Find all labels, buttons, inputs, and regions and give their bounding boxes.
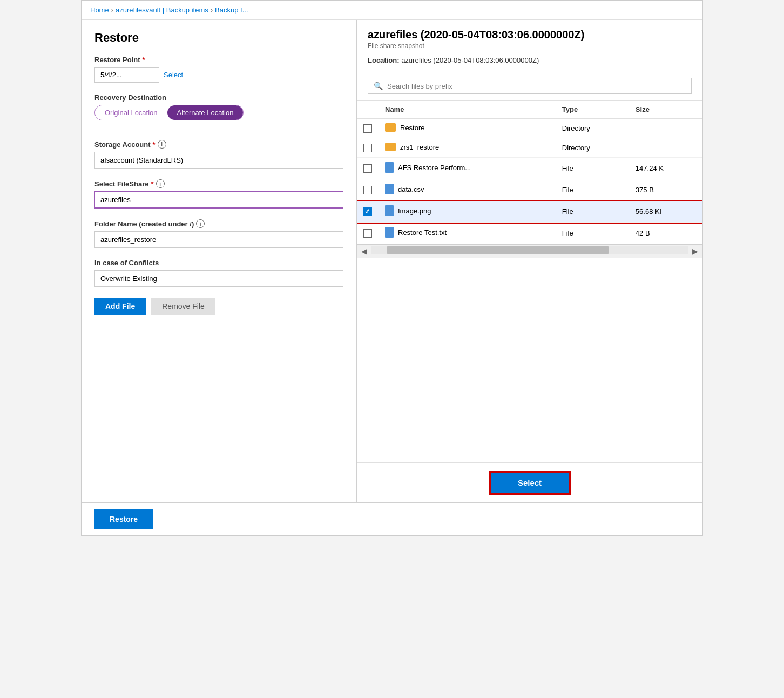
file-icon xyxy=(385,205,394,216)
file-icon xyxy=(385,162,394,173)
recovery-destination-toggle: Original Location Alternate Location xyxy=(94,105,244,120)
table-row[interactable]: zrs1_restoreDirectory xyxy=(357,138,702,158)
row-name: Restore Test.txt xyxy=(379,223,556,244)
snapshot-title: azurefiles (2020-05-04T08:03:06.0000000Z… xyxy=(368,29,692,41)
row-type: Directory xyxy=(556,118,629,138)
restore-button[interactable]: Restore xyxy=(94,509,153,529)
add-file-button[interactable]: Add File xyxy=(94,298,146,315)
row-checkbox[interactable] xyxy=(363,124,372,133)
search-box: 🔍 xyxy=(368,78,692,94)
conflicts-input[interactable] xyxy=(94,270,343,287)
row-size: 42 B xyxy=(629,223,702,244)
restore-point-select-link[interactable]: Select xyxy=(164,71,183,79)
folder-name-input[interactable] xyxy=(94,231,343,248)
folder-icon xyxy=(385,143,396,151)
search-row: 🔍 xyxy=(357,71,702,101)
folder-name-info-icon[interactable]: i xyxy=(196,219,205,228)
fileshare-group: Select FileShare * i xyxy=(94,179,343,209)
restore-point-group: Restore Point * 5/4/2... Select xyxy=(94,56,343,83)
row-size: 147.24 K xyxy=(629,158,702,179)
horizontal-scrollbar[interactable]: ◀ ▶ xyxy=(357,244,702,258)
storage-account-info-icon[interactable]: i xyxy=(158,140,166,149)
fileshare-info-icon[interactable]: i xyxy=(156,179,165,188)
folder-name-label: Folder Name (created under /) i xyxy=(94,219,343,228)
storage-account-input[interactable] xyxy=(94,152,343,169)
storage-account-group: Storage Account * i xyxy=(94,140,343,169)
table-row[interactable]: data.csvFile375 B xyxy=(357,179,702,201)
table-row[interactable]: ✓Image.pngFile56.68 Ki xyxy=(357,201,702,223)
search-input[interactable] xyxy=(387,82,686,90)
snapshot-location: Location: azurefiles (2020-05-04T08:03:0… xyxy=(368,56,692,64)
snapshot-subtitle: File share snapshot xyxy=(368,42,692,50)
row-size: 375 B xyxy=(629,179,702,201)
file-icon xyxy=(385,227,394,238)
row-checkbox[interactable] xyxy=(363,164,372,173)
scroll-left-arrow[interactable]: ◀ xyxy=(357,245,371,258)
row-size xyxy=(629,138,702,158)
right-panel: azurefiles (2020-05-04T08:03:06.0000000Z… xyxy=(357,20,702,502)
header-name: Name xyxy=(379,101,556,118)
restore-point-row: 5/4/2... Select xyxy=(94,67,343,83)
table-row[interactable]: Restore Test.txtFile42 B xyxy=(357,223,702,244)
right-panel-header: azurefiles (2020-05-04T08:03:06.0000000Z… xyxy=(357,20,702,71)
remove-file-button[interactable]: Remove File xyxy=(151,298,215,315)
row-name: data.csv xyxy=(379,179,556,201)
row-checkbox[interactable] xyxy=(363,144,372,152)
table-header-row: Name Type Size xyxy=(357,101,702,118)
file-table-container: Name Type Size RestoreDirectoryzrs1_rest… xyxy=(357,101,702,244)
table-row[interactable]: AFS Restore Perform...File147.24 K xyxy=(357,158,702,179)
breadcrumb-home[interactable]: Home xyxy=(90,6,109,14)
file-icon xyxy=(385,184,394,194)
right-panel-footer: Select xyxy=(357,462,702,502)
recovery-destination-group: Recovery Destination Original Location A… xyxy=(94,93,343,120)
row-size: 56.68 Ki xyxy=(629,201,702,223)
folder-name-group: Folder Name (created under /) i xyxy=(94,219,343,248)
select-button[interactable]: Select xyxy=(490,472,570,494)
breadcrumb-backup[interactable]: Backup I... xyxy=(215,6,248,14)
row-checkbox[interactable] xyxy=(363,186,372,194)
fileshare-label: Select FileShare * i xyxy=(94,179,343,188)
search-icon: 🔍 xyxy=(374,82,383,90)
row-name: Restore xyxy=(379,118,556,138)
alternate-location-btn[interactable]: Alternate Location xyxy=(167,105,244,120)
row-checkbox[interactable]: ✓ xyxy=(363,207,372,216)
row-type: File xyxy=(556,158,629,179)
row-name: AFS Restore Perform... xyxy=(379,158,556,179)
restore-point-label: Restore Point * xyxy=(94,56,343,64)
original-location-btn[interactable]: Original Location xyxy=(95,105,167,120)
breadcrumb-vault[interactable]: azurefilesvault | Backup items xyxy=(116,6,208,14)
storage-account-label: Storage Account * i xyxy=(94,140,343,149)
scroll-thumb[interactable] xyxy=(387,246,609,254)
folder-icon xyxy=(385,123,396,132)
breadcrumb: Home › azurefilesvault | Backup items › … xyxy=(82,1,702,20)
action-buttons: Add File Remove File xyxy=(94,298,343,315)
page-title: Restore xyxy=(94,31,343,45)
scroll-right-arrow[interactable]: ▶ xyxy=(688,245,702,258)
row-type: File xyxy=(556,201,629,223)
header-checkbox-cell xyxy=(357,101,379,118)
scroll-track[interactable] xyxy=(371,246,688,254)
row-size xyxy=(629,118,702,138)
table-row[interactable]: RestoreDirectory xyxy=(357,118,702,138)
recovery-destination-label: Recovery Destination xyxy=(94,93,343,102)
row-type: File xyxy=(556,223,629,244)
left-panel: Restore Restore Point * 5/4/2... Select … xyxy=(82,20,357,502)
conflicts-label: In case of Conflicts xyxy=(94,259,343,267)
header-size: Size xyxy=(629,101,702,118)
file-table: Name Type Size RestoreDirectoryzrs1_rest… xyxy=(357,101,702,244)
row-checkbox[interactable] xyxy=(363,229,372,238)
left-panel-footer: Restore xyxy=(82,502,702,535)
row-name: Image.png xyxy=(379,201,556,223)
row-type: File xyxy=(556,179,629,201)
conflicts-group: In case of Conflicts xyxy=(94,259,343,287)
header-type: Type xyxy=(556,101,629,118)
row-type: Directory xyxy=(556,138,629,158)
fileshare-input[interactable] xyxy=(94,191,343,209)
restore-point-value: 5/4/2... xyxy=(94,67,159,83)
row-name: zrs1_restore xyxy=(379,138,556,158)
